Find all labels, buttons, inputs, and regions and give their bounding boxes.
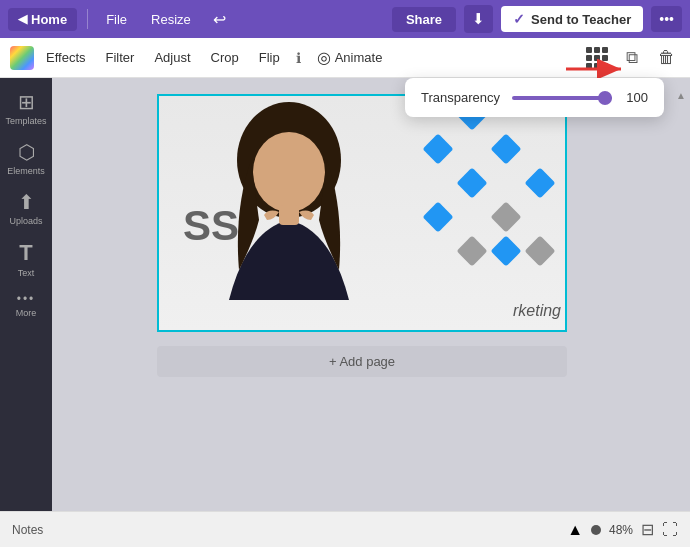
transparency-slider[interactable] [512,96,612,100]
filter-button[interactable]: Filter [98,46,143,69]
svg-point-3 [253,132,325,212]
main-layout: ⊞ Templates ⬡ Elements ⬆ Uploads T Text … [0,78,690,547]
elements-label: Elements [7,166,45,176]
ss-text: SS [183,202,239,250]
crop-button[interactable]: Crop [203,46,247,69]
sidebar: ⊞ Templates ⬡ Elements ⬆ Uploads T Text … [0,78,52,547]
send-teacher-label: Send to Teacher [531,12,631,27]
zoom-percentage: 48% [609,523,633,537]
color-gradient-button[interactable] [10,46,34,70]
transparency-label: Transparency [421,90,500,105]
scroll-up-icon: ▲ [567,521,583,539]
adjust-button[interactable]: Adjust [146,46,198,69]
marketing-text: rketing [513,302,561,320]
canvas-image[interactable]: SS rketing ↻ [157,94,567,332]
download-button[interactable]: ⬇ [464,5,493,33]
grid-view-button[interactable] [582,43,612,73]
copy-page-button[interactable]: ⧉ [618,44,646,72]
effects-button[interactable]: Effects [38,46,94,69]
diamond-pattern [427,104,557,268]
file-button[interactable]: File [98,8,135,31]
toolbar-right-icons: ⧉ 🗑 [582,43,680,73]
share-button[interactable]: Share [392,7,456,32]
grid-dots-icon [586,47,608,69]
sidebar-item-more[interactable]: ••• More [2,286,50,324]
home-button[interactable]: ◀ Home [8,8,77,31]
sidebar-item-text[interactable]: T Text [2,234,50,284]
sidebar-item-elements[interactable]: ⬡ Elements [2,134,50,182]
templates-label: Templates [5,116,46,126]
fullscreen-icon[interactable]: ⛶ [662,521,678,539]
zoom-dot [591,525,601,535]
sidebar-item-templates[interactable]: ⊞ Templates [2,84,50,132]
more-icon: ••• [17,292,36,306]
svg-rect-4 [279,205,299,225]
canvas-area: ⧉ ↗ [52,78,672,547]
text-icon: T [19,240,32,266]
undo-button[interactable]: ↩ [207,6,232,33]
sidebar-item-uploads[interactable]: ⬆ Uploads [2,184,50,232]
back-arrow-icon: ◀ [18,12,27,26]
more-options-button[interactable]: ••• [651,6,682,32]
resize-button[interactable]: Resize [143,8,199,31]
send-to-teacher-button[interactable]: ✓ Send to Teacher [501,6,643,32]
home-label: Home [31,12,67,27]
image-toolbar: Effects Filter Adjust Crop Flip ℹ ◎ Anim… [0,38,690,78]
bottom-bar: Notes ▲ 48% ⊟ ⛶ [0,511,690,547]
uploads-icon: ⬆ [18,190,35,214]
templates-icon: ⊞ [18,90,35,114]
text-label: Text [18,268,35,278]
uploads-label: Uploads [9,216,42,226]
grid-layout-icon[interactable]: ⊟ [641,520,654,539]
right-scroll-panel: ▲ [672,78,690,547]
animate-label: Animate [335,50,383,65]
nav-separator [87,9,88,29]
notes-label: Notes [12,523,43,537]
delete-button[interactable]: 🗑 [652,44,680,72]
elements-icon: ⬡ [18,140,35,164]
scroll-indicator: ▲ [676,90,686,101]
transparency-value: 100 [624,90,648,105]
animate-button[interactable]: ◎ Animate [309,44,391,71]
canvas-wrapper: ⧉ ↗ [157,94,567,377]
transparency-popup: Transparency 100 [405,78,664,117]
add-page-button[interactable]: + Add page [157,346,567,377]
top-nav-bar: ◀ Home File Resize ↩ Share ⬇ ✓ Send to T… [0,0,690,38]
flip-button[interactable]: Flip [251,46,288,69]
animate-icon: ◎ [317,48,331,67]
check-circle-icon: ✓ [513,11,525,27]
more-label: More [16,308,37,318]
info-icon[interactable]: ℹ [292,46,305,70]
